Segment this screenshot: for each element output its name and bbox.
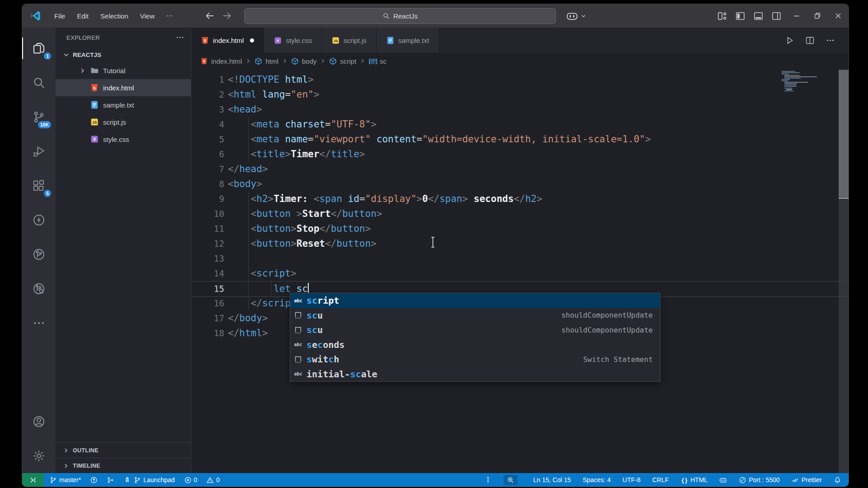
code-line-14[interactable]: 14 <script> <box>191 266 849 281</box>
file-row-style.css[interactable]: #style.css <box>56 131 191 148</box>
code-line-9[interactable]: 9 <h2>Timer: <span id="display">0</span>… <box>191 192 849 206</box>
explorer-more-actions-icon[interactable] <box>175 33 184 42</box>
status-label: Prettier <box>802 476 822 483</box>
suggestion-seconds[interactable]: abcseconds <box>290 338 660 352</box>
activity-item-source-control[interactable]: 10K <box>22 100 56 134</box>
menu-view[interactable]: View <box>134 8 160 23</box>
code-editor[interactable]: abcscriptscushouldComponentUpdatescushou… <box>191 69 849 473</box>
status-cursor-position[interactable]: Ln 15, Col 15 <box>533 476 571 483</box>
command-center-search[interactable]: ReactJs <box>244 8 556 24</box>
code-line-13[interactable]: 13 <box>191 251 849 266</box>
code-line-3[interactable]: 3<head> <box>191 102 849 117</box>
section-outline[interactable]: OUTLINE <box>56 442 191 458</box>
suggestion-script[interactable]: abcscript <box>290 293 660 308</box>
code-line-5[interactable]: 5 <meta name="viewport" content="width=d… <box>191 132 849 147</box>
status-screencast-zoom[interactable] <box>504 475 518 485</box>
forward-arrow-icon[interactable] <box>222 10 232 21</box>
file-row-sample.txt[interactable]: sample.txt <box>56 96 191 113</box>
activity-item-more-views[interactable] <box>22 306 56 340</box>
tab-sample.txt[interactable]: sample.txt <box>377 28 439 53</box>
file-row-script.js[interactable]: JSscript.js <box>56 113 191 131</box>
code-line-11[interactable]: 11 <button>Stop</button> <box>191 221 849 236</box>
html-file-icon: 5 <box>90 83 99 92</box>
copilot-button[interactable] <box>566 11 586 21</box>
code-line-2[interactable]: 2<html lang="en"> <box>191 87 849 102</box>
status-notifications[interactable] <box>834 476 841 484</box>
status-prettier[interactable]: Prettier <box>792 476 822 484</box>
activity-item-extensions[interactable]: 5 <box>22 169 56 203</box>
code-line-10[interactable]: 10 <button >Start</button> <box>191 206 849 221</box>
line-number: 17 <box>191 311 224 326</box>
breadcrumb-item[interactable]: sc <box>380 57 387 65</box>
status-live-server-port[interactable]: Port : 5500 <box>739 476 780 484</box>
status-insert-mode[interactable] <box>484 476 492 484</box>
menu-file[interactable]: File <box>48 8 71 23</box>
suggestion-scu[interactable]: scushouldComponentUpdate <box>290 323 660 338</box>
file-row-Tutorial[interactable]: Tutorial <box>56 62 191 79</box>
tab-index.html[interactable]: 5index.html <box>191 28 264 53</box>
suggestion-initial-scale[interactable]: abcinitial-scale <box>290 367 660 382</box>
code-line-1[interactable]: 1<!DOCTYPE html> <box>191 72 849 87</box>
status-gitlens-branch[interactable] <box>107 476 114 484</box>
code-line-6[interactable]: 6 <title>Timer</title> <box>191 147 849 162</box>
remote-indicator[interactable] <box>22 473 44 487</box>
suggestion-detail: Switch Statement <box>583 355 660 364</box>
status-publish-changes[interactable] <box>90 476 98 484</box>
close-button[interactable] <box>828 7 849 25</box>
tab-script.js[interactable]: JSscript.js <box>322 28 377 53</box>
run-icon[interactable] <box>785 36 794 45</box>
suggestion-scu[interactable]: scushouldComponentUpdate <box>290 308 660 323</box>
split-editor-icon[interactable] <box>805 36 815 45</box>
breadcrumb-item[interactable]: body <box>302 57 317 65</box>
code-text: </html> <box>228 326 268 341</box>
menu-overflow[interactable]: ⋯ <box>160 12 178 20</box>
minimize-button[interactable] <box>786 7 807 25</box>
activity-item-search[interactable] <box>22 66 56 100</box>
breadcrumb[interactable]: 5index.htmlhtmlbodyscript[@]sc <box>191 53 849 69</box>
status-indentation[interactable]: Spaces: 4 <box>583 476 611 483</box>
status-copilot-status[interactable] <box>719 476 727 484</box>
toggle-secondary-sidebar-icon[interactable] <box>771 11 782 21</box>
publish-changes-icon <box>90 476 98 484</box>
code-line-12[interactable]: 12 <button>Reset</button> <box>191 236 849 251</box>
status-errors[interactable]: 0 <box>184 476 198 484</box>
status-label: CRLF <box>652 476 669 483</box>
suggestion-switch[interactable]: switchSwitch Statement <box>290 352 660 367</box>
word-suggestion-icon: abc <box>294 296 302 305</box>
activity-item-gitlens[interactable] <box>22 237 56 272</box>
code-line-8[interactable]: 8<body> <box>191 177 849 192</box>
status-git-branch[interactable]: master* <box>49 476 81 484</box>
status-encoding[interactable]: UTF-8 <box>623 476 641 483</box>
activity-item-gitlens-inspect[interactable] <box>22 272 56 306</box>
more-actions-icon[interactable] <box>826 36 835 45</box>
code-text: <body> <box>228 177 262 192</box>
toggle-sidebar-icon[interactable] <box>735 11 745 21</box>
workspace-root-row[interactable]: REACTJS <box>56 47 191 62</box>
breadcrumb-item[interactable]: html <box>265 57 278 65</box>
status-eol[interactable]: CRLF <box>652 476 669 483</box>
customize-layout-icon[interactable] <box>717 11 727 21</box>
back-arrow-icon[interactable] <box>204 10 215 21</box>
activity-item-settings[interactable] <box>22 439 56 473</box>
breadcrumb-item[interactable]: script <box>340 57 356 65</box>
status-warnings[interactable]: 0 <box>206 476 220 484</box>
activity-item-run-debug[interactable] <box>22 134 56 169</box>
restore-button[interactable] <box>807 7 828 25</box>
code-line-7[interactable]: 7</head> <box>191 162 849 177</box>
tab-style.css[interactable]: #style.css <box>264 28 322 53</box>
section-timeline[interactable]: TIMELINE <box>56 458 191 473</box>
file-row-index.html[interactable]: 5index.html <box>56 79 191 96</box>
modified-dot[interactable] <box>250 38 254 42</box>
code-line-4[interactable]: 4 <meta charset="UTF-8"> <box>191 117 849 132</box>
breadcrumb-item[interactable]: index.html <box>211 57 242 65</box>
activity-item-explorer[interactable]: 1 <box>22 31 56 66</box>
toggle-panel-icon[interactable] <box>753 11 764 21</box>
activity-item-lightning[interactable] <box>22 203 56 237</box>
menu-selection[interactable]: Selection <box>94 8 134 23</box>
activity-item-account[interactable] <box>22 404 56 439</box>
line-number: 13 <box>191 251 224 266</box>
live-server-port-icon <box>739 476 746 484</box>
status-language-mode[interactable]: { }HTML <box>680 476 708 484</box>
status-launchpad[interactable]: Launchpad <box>123 476 175 484</box>
menu-edit[interactable]: Edit <box>71 8 94 23</box>
